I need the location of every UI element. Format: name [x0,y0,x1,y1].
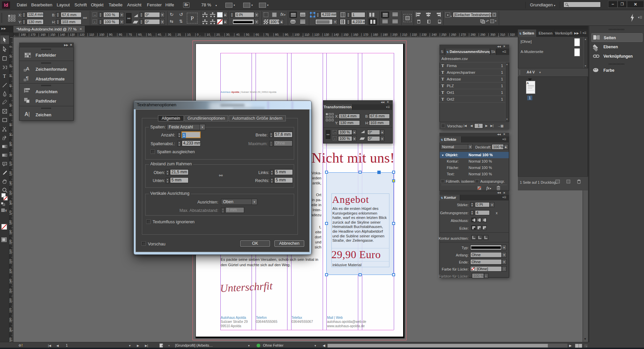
svg-text:T: T [3,74,6,79]
